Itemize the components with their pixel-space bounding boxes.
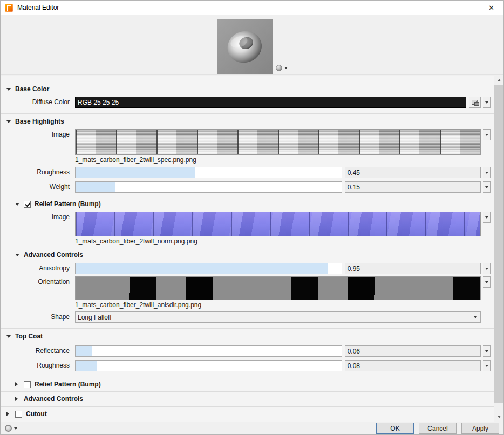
section-header-cutout[interactable]: Cutout [1, 409, 494, 419]
section-title: Advanced Controls [24, 395, 83, 403]
expanded-triangle-icon [15, 254, 19, 256]
section-title: Base Highlights [15, 118, 64, 125]
field-label: Roughness [1, 167, 75, 178]
section-header-base-color[interactable]: Base Color [1, 84, 494, 94]
separator [1, 406, 494, 407]
spec-texture-strip[interactable] [75, 129, 481, 155]
highlight-roughness-row: Roughness 0.45 [1, 167, 494, 178]
chevron-down-icon [485, 350, 488, 352]
relief-bump-checkbox[interactable] [24, 201, 31, 208]
section-title: Top Coat [15, 332, 43, 340]
chevron-down-icon [14, 427, 17, 430]
expanded-triangle-icon [15, 203, 19, 206]
weight-slider[interactable] [75, 181, 342, 193]
texture-filename: 1_mats_carbon_fiber_2twill_anisdir.png.p… [75, 301, 201, 309]
anisotropy-value-field[interactable]: 0.95 [345, 263, 481, 274]
section-header-relief-bump-collapsed[interactable]: Relief Pattern (Bump) [1, 379, 494, 389]
topcoat-roughness-options-button[interactable] [483, 360, 491, 371]
expanded-triangle-icon [6, 120, 11, 123]
expanded-triangle-icon [6, 335, 11, 338]
roughness-options-button[interactable] [483, 167, 491, 178]
apply-button[interactable]: Apply [461, 423, 499, 434]
scroll-down-button[interactable] [494, 412, 503, 422]
reflectance-slider[interactable] [75, 345, 342, 357]
highlight-image-options-button[interactable] [483, 129, 491, 140]
sphere-icon [5, 425, 12, 432]
anisotropy-slider[interactable] [75, 263, 342, 274]
footer: OK Cancel Apply [1, 422, 503, 434]
weight-options-button[interactable] [483, 181, 491, 193]
field-label: Shape [1, 311, 75, 323]
section-header-relief-bump[interactable]: Relief Pattern (Bump) [1, 199, 494, 209]
cutout-checkbox[interactable] [15, 411, 22, 418]
topcoat-roughness-slider[interactable] [75, 360, 342, 371]
texture-filename: 1_mats_carbon_fiber_2twill_spec.png.png [75, 156, 196, 164]
section-title: Relief Pattern (Bump) [35, 200, 101, 208]
shape-select[interactable]: Long Falloff [75, 311, 481, 323]
field-label: Image [1, 129, 75, 140]
separator [1, 391, 494, 392]
ok-button[interactable]: OK [376, 423, 414, 434]
collapsed-triangle-icon [15, 382, 18, 386]
chevron-down-icon [485, 365, 488, 367]
weight-value-field[interactable]: 0.15 [345, 181, 481, 193]
roughness-slider[interactable] [75, 167, 342, 178]
chevron-down-icon [284, 67, 288, 69]
shape-row: Shape Long Falloff [1, 311, 494, 323]
material-preview-thumbnail[interactable] [217, 19, 273, 74]
chevron-down-icon [485, 281, 488, 283]
anisotropy-direction-texture-strip[interactable] [75, 276, 481, 300]
orientation-options-button[interactable] [483, 276, 491, 288]
scroll-up-button[interactable] [494, 76, 503, 85]
preview-shape-button[interactable] [276, 65, 288, 71]
chevron-down-icon [485, 186, 488, 188]
separator [1, 377, 494, 377]
slider-fill [76, 346, 92, 356]
chevron-down-icon [485, 268, 488, 270]
section-title: Base Color [15, 85, 49, 93]
texture-map-icon [472, 100, 478, 105]
properties-panel: Base Color Diffuse Color RGB 25 25 25 Ba… [1, 76, 503, 422]
field-label: Orientation [1, 276, 75, 288]
scroll-up-icon [498, 79, 501, 81]
anisotropy-options-button[interactable] [483, 263, 491, 274]
window-title: Material Editor [17, 4, 59, 11]
diffuse-color-row: Diffuse Color RGB 25 25 25 [1, 97, 494, 108]
torus-preview-image [217, 19, 273, 74]
roughness-value-field[interactable]: 0.45 [345, 167, 481, 178]
diffuse-color-value: RGB 25 25 25 [78, 99, 119, 106]
section-header-advanced-controls-collapsed[interactable]: Advanced Controls [1, 394, 494, 404]
section-header-base-highlights[interactable]: Base Highlights [1, 117, 494, 126]
preview-area [1, 15, 503, 75]
separator [1, 328, 494, 329]
section-header-advanced-controls[interactable]: Advanced Controls [1, 250, 494, 260]
slider-fill [76, 182, 115, 192]
close-button[interactable]: ✕ [479, 1, 503, 15]
preview-options-button[interactable] [5, 425, 17, 432]
diffuse-color-swatch[interactable]: RGB 25 25 25 [75, 97, 466, 108]
bump-image-options-button[interactable] [483, 212, 491, 223]
sphere-icon [276, 65, 282, 71]
vertical-scrollbar[interactable] [494, 76, 503, 422]
titlebar: Material Editor ✕ [1, 1, 503, 15]
cancel-button[interactable]: Cancel [419, 423, 457, 434]
close-icon: ✕ [488, 4, 494, 12]
texture-map-button[interactable] [469, 97, 481, 108]
scrollbar-thumb[interactable] [494, 85, 503, 403]
diffuse-options-button[interactable] [483, 97, 491, 108]
topcoat-roughness-row: Roughness 0.08 [1, 360, 494, 371]
section-header-top-coat[interactable]: Top Coat [1, 331, 494, 341]
normal-texture-strip[interactable] [75, 212, 481, 236]
section-title: Cutout [26, 410, 47, 418]
section-title: Advanced Controls [24, 251, 83, 259]
reflectance-options-button[interactable] [483, 345, 491, 357]
scroll-down-icon [498, 416, 501, 418]
reflectance-value-field[interactable]: 0.06 [345, 345, 481, 357]
highlight-image-row: Image [1, 129, 494, 155]
separator [1, 113, 494, 114]
topcoat-roughness-value-field[interactable]: 0.08 [345, 360, 481, 371]
relief-bump2-checkbox[interactable] [24, 381, 31, 388]
bump-image-row: Image [1, 212, 494, 236]
field-label: Anisotropy [1, 263, 75, 274]
reflectance-row: Reflectance 0.06 [1, 345, 494, 357]
